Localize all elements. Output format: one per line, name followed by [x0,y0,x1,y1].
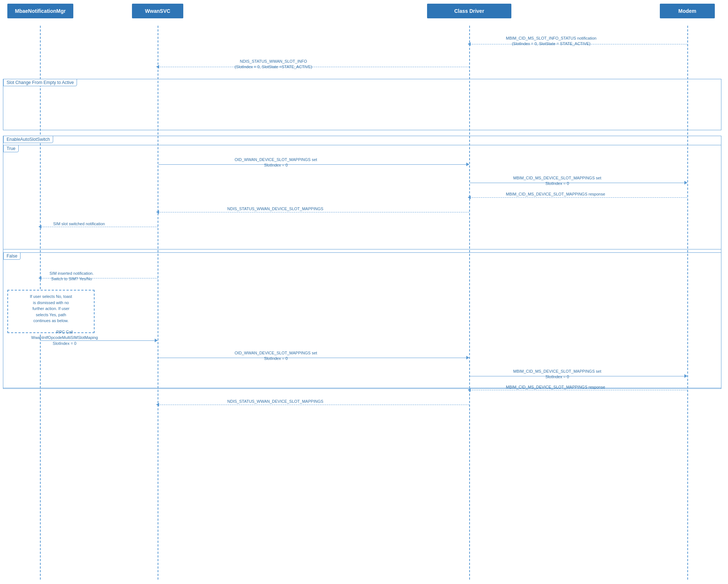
msg11-arrowhead [684,374,687,378]
msg6-label: NDIS_STATUS_WWAN_DEVICE_SLOT_MAPPINGS [227,206,323,212]
group-true-label: True [3,145,19,152]
msg1-arrowhead [468,42,471,46]
group-false-label: False [3,252,21,260]
msg6-arrowhead [156,210,159,214]
sequence-diagram: MbaeNotificationMgr WwanSVC Class Driver… [0,0,728,584]
actor-modem: Modem [660,4,715,18]
msg6-line [158,212,469,212]
msg2-arrowhead [156,65,159,69]
msg13-line [158,405,469,405]
msg5-label: MBIM_CID_MS_DEVICE_SLOT_MAPPINGS respons… [506,191,605,197]
msg3-arrowhead [466,163,469,166]
group-slot-change: Slot Change From Empty to Active [3,79,721,130]
msg12-arrowhead [468,388,471,392]
msg13-arrowhead [156,403,159,406]
msg10-arrowhead [466,356,469,359]
msg4-arrowhead [684,181,687,185]
msg7-label: SIM slot switched notification [53,221,105,227]
msg9-label: RPC CallWwanIntfOpcodeMultiSIMSlotMaping… [31,329,98,346]
group-false: False [3,252,721,388]
actor-classdriver: Class Driver [427,4,511,18]
actor-wwan: WwanSVC [132,4,183,18]
msg11-label: MBIM_CID_MS_DEVICE_SLOT_MAPPINGS setSlot… [513,369,601,380]
msg12-label: MBIM_CID_MS_DEVICE_SLOT_MAPPINGS respons… [506,384,605,390]
msg5-line [470,197,687,198]
msg1-label: MBIM_CID_MS_SLOT_INFO_STATUS notificatio… [506,36,596,47]
group-enable-auto-label: EnableAutoSlotSwitch [3,136,53,143]
note-box: If user selects No, toastis dismissed wi… [7,290,95,333]
msg2-line [158,67,469,67]
msg8-label: SIM inserted notification.Switch to SIM?… [49,271,93,282]
msg8-arrowhead [38,276,41,280]
msg2-label: NDIS_STATUS_WWAN_SLOT_INFO(SlotIndex = 0… [235,59,312,70]
msg10-label: OID_WWAN_DEVICE_SLOT_MAPPINGS setSlotInd… [235,350,317,362]
actor-mbae: MbaeNotificationMgr [7,4,73,18]
group-slot-change-label: Slot Change From Empty to Active [3,79,77,86]
msg5-arrowhead [468,196,471,199]
msg3-label: OID_WWAN_DEVICE_SLOT_MAPPINGS setSlotInd… [235,157,317,168]
msg7-arrowhead [38,225,41,229]
msg9-arrowhead [155,339,158,342]
msg4-label: MBIM_CID_MS_DEVICE_SLOT_MAPPINGS setSlot… [513,175,601,187]
msg13-label: NDIS_STATUS_WWAN_DEVICE_SLOT_MAPPINGS [227,399,323,404]
